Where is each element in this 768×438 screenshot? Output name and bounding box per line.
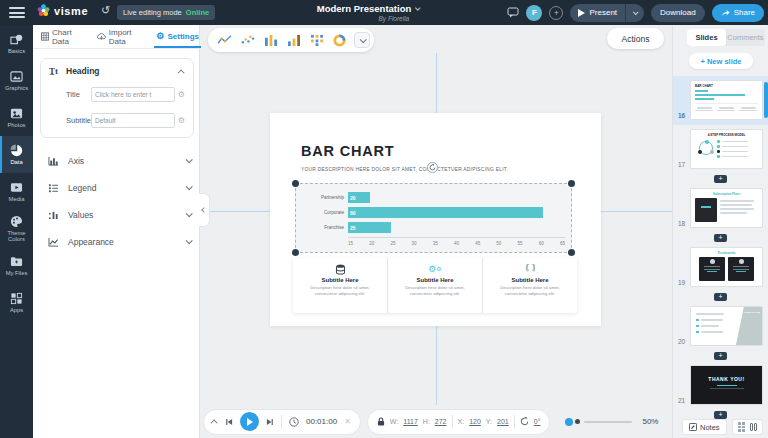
y-value[interactable]: 201 xyxy=(497,418,509,425)
slide-thumbnail-17[interactable]: 4-STEP PROCESS MODEL xyxy=(690,129,763,169)
title-label: Title xyxy=(49,90,91,99)
add-slide-button[interactable]: + xyxy=(714,411,727,419)
title-input[interactable] xyxy=(91,87,175,102)
tab-chart-data[interactable]: Chart Data xyxy=(41,25,87,48)
slide-duration[interactable]: 00:01:00 xyxy=(306,417,337,426)
bar-chart-icon[interactable] xyxy=(262,32,279,48)
resize-handle-bottom-right[interactable] xyxy=(568,249,575,256)
zoom-slider-track[interactable] xyxy=(584,421,632,423)
chart-title[interactable]: BAR CHART xyxy=(301,143,394,159)
rotation-value[interactable]: 0° xyxy=(534,418,541,425)
resize-handle-top-left[interactable] xyxy=(292,180,299,187)
avatar[interactable]: F xyxy=(526,5,542,21)
selected-slide-indicator xyxy=(764,82,768,118)
visme-logo[interactable]: visme xyxy=(37,4,88,17)
skip-forward-button[interactable] xyxy=(266,418,274,426)
section-values[interactable]: Values xyxy=(40,201,194,228)
tab-settings[interactable]: ⚙ Settings xyxy=(156,25,199,48)
slide-thumbnail-20[interactable]: CONTACT US xyxy=(690,306,763,346)
share-button[interactable]: Share xyxy=(712,4,764,22)
tab-slides[interactable]: Slides xyxy=(687,29,726,46)
height-value[interactable]: 272 xyxy=(435,418,447,425)
add-slide-button[interactable]: + xyxy=(714,175,727,183)
editor-canvas[interactable]: Actions BAR CHART YOUR DESCRIPTION HERE … xyxy=(200,25,672,438)
close-icon[interactable]: ✕ xyxy=(344,417,351,426)
subtitle-input[interactable] xyxy=(91,113,175,128)
slide-row-17[interactable]: 17 4-STEP PROCESS MODEL xyxy=(673,125,768,174)
notes-button[interactable]: Notes xyxy=(682,419,727,435)
skip-back-button[interactable] xyxy=(225,418,233,426)
document-byline: By Fiorella xyxy=(317,15,420,22)
sidebar-item-media[interactable]: Media xyxy=(0,173,33,210)
tab-import-data[interactable]: Import Data xyxy=(97,25,147,48)
palette-icon xyxy=(10,215,23,228)
more-chart-types-button[interactable] xyxy=(354,32,370,48)
column-chart-icon[interactable] xyxy=(285,32,302,48)
sidebar-item-photos[interactable]: Photos xyxy=(0,99,33,136)
add-collaborator-button[interactable]: + xyxy=(549,6,563,20)
chart-selection[interactable]: Partnership20Corporate60Franchise25 1520… xyxy=(295,183,572,253)
tab-comments[interactable]: Comments xyxy=(726,29,765,46)
zoom-out-dot[interactable] xyxy=(565,418,573,426)
hamburger-menu-icon[interactable] xyxy=(9,7,25,18)
present-dropdown-button[interactable] xyxy=(625,4,644,22)
slide-canvas[interactable]: BAR CHART YOUR DESCRIPTION HERE DOLOR SI… xyxy=(270,113,601,326)
comment-icon[interactable] xyxy=(507,7,519,18)
sidebar-item-graphics[interactable]: Graphics xyxy=(0,62,33,99)
sidebar-item-apps[interactable]: Apps xyxy=(0,284,33,321)
add-slide-button[interactable]: + xyxy=(714,352,727,360)
slide-thumbnail-16[interactable]: BAR CHART xyxy=(690,80,763,120)
slide-row-16[interactable]: 16 BAR CHART xyxy=(673,76,768,125)
add-slide-button[interactable]: + xyxy=(714,234,727,242)
section-legend[interactable]: Legend xyxy=(40,174,194,201)
subtitle-card-3[interactable]: Subtitle Here Description here dolor sit… xyxy=(482,258,577,313)
slide-thumbnail-21[interactable]: THANK YOU! xyxy=(690,365,763,405)
donut-chart-icon[interactable] xyxy=(331,32,348,48)
slide-row-20[interactable]: 20 CONTACT US xyxy=(673,302,768,351)
rotate-handle[interactable] xyxy=(427,162,438,173)
expand-timeline-button[interactable] xyxy=(211,419,218,426)
slide-thumbnail-19[interactable]: Testimonials xyxy=(690,247,763,287)
thumb-title: 4-STEP PROCESS MODEL xyxy=(695,133,758,137)
subtitle-card-1[interactable]: Subtitle Here Description here dolor sit… xyxy=(293,258,387,313)
download-button[interactable]: Download xyxy=(651,4,705,22)
zoom-level[interactable]: 50% xyxy=(642,417,658,426)
resize-handle-top-right[interactable] xyxy=(568,180,575,187)
slide-row-21[interactable]: 21 THANK YOU! xyxy=(673,361,768,410)
subtitle-card-2[interactable]: ⚙⚙ Subtitle Here Description here dolor … xyxy=(387,258,482,313)
subtitle-settings-gear-icon[interactable]: ⚙ xyxy=(178,117,185,125)
slide-thumbnail-18[interactable]: Subscription Plans xyxy=(690,188,763,228)
title-settings-gear-icon[interactable]: ⚙ xyxy=(178,91,185,99)
document-title[interactable]: Modern Presentation xyxy=(317,3,412,14)
line-chart-icon[interactable] xyxy=(216,32,233,48)
document-title-block[interactable]: Modern Presentation By Fiorella xyxy=(317,3,420,22)
slide-row-19[interactable]: 19 Testimonials xyxy=(673,243,768,292)
add-slide-button[interactable]: + xyxy=(714,293,727,301)
resize-handle-bottom-left[interactable] xyxy=(292,249,299,256)
sidebar-item-theme-colors[interactable]: Theme Colors xyxy=(0,210,33,247)
play-icon xyxy=(246,418,253,426)
heading-accordion-header[interactable]: T̲t Heading xyxy=(49,66,185,76)
scatter-chart-icon[interactable] xyxy=(239,32,256,48)
panel-collapse-handle[interactable] xyxy=(199,193,210,227)
subtitle-cards[interactable]: Subtitle Here Description here dolor sit… xyxy=(293,258,577,313)
sidebar-item-basics[interactable]: Basics xyxy=(0,25,33,62)
x-value[interactable]: 120 xyxy=(469,418,481,425)
actions-button[interactable]: Actions xyxy=(607,28,664,49)
section-appearance[interactable]: Appearance xyxy=(40,228,194,255)
present-button[interactable]: Present xyxy=(570,4,625,22)
section-axis[interactable]: Axis xyxy=(40,147,194,174)
chart-description[interactable]: YOUR DESCRIPTION HERE DOLOR SIT AMET, CO… xyxy=(301,167,586,172)
zoom-slider-handle[interactable] xyxy=(575,419,580,424)
sidebar-item-data[interactable]: Data xyxy=(0,136,33,173)
lock-icon[interactable] xyxy=(377,417,385,426)
sidebar-item-my-files[interactable]: My Files xyxy=(0,247,33,284)
undo-icon[interactable]: ↺ xyxy=(101,4,110,17)
matrix-chart-icon[interactable] xyxy=(308,32,325,48)
width-value[interactable]: 1117 xyxy=(403,418,418,425)
slide-row-18[interactable]: 18 Subscription Plans xyxy=(673,184,768,233)
play-button[interactable] xyxy=(240,412,259,431)
filmstrip-view-icon[interactable] xyxy=(750,423,757,431)
new-slide-button[interactable]: + New slide xyxy=(689,53,753,69)
grid-view-icon[interactable] xyxy=(738,422,745,432)
